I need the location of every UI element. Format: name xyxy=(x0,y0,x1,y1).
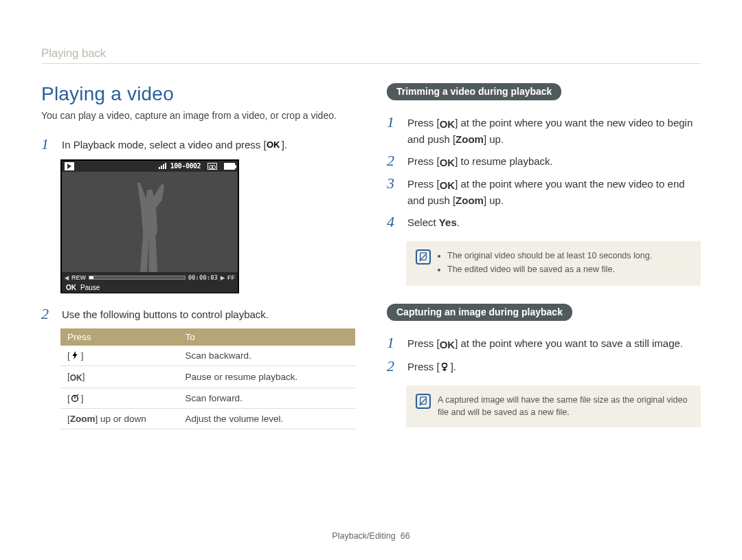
lcd-video-frame xyxy=(62,172,238,272)
svg-text:OK: OK xyxy=(267,140,280,150)
table-row: [] Scan backward. xyxy=(60,346,355,366)
timer-icon xyxy=(70,393,81,403)
person-silhouette xyxy=(126,183,174,272)
content-columns: Playing a video You can play a video, ca… xyxy=(41,83,701,445)
step-number: 4 xyxy=(387,214,402,230)
table-header-press: Press xyxy=(60,328,179,346)
footer-page-number: 66 xyxy=(401,531,410,541)
step-text: Select Yes. xyxy=(407,215,701,230)
trim-step-3: 3 Press [OK] at the point where you want… xyxy=(387,177,701,208)
step-number: 2 xyxy=(387,153,402,170)
note-bullet: The original video should be at least 10… xyxy=(447,249,652,262)
step-number: 1 xyxy=(41,137,56,153)
table-row: [Zoom] up or down Adjust the volume leve… xyxy=(60,409,355,429)
step-text: Press [OK] to resume playback. xyxy=(407,154,701,170)
volume-bars-icon xyxy=(159,163,166,169)
table-header-to: To xyxy=(179,328,355,346)
note-icon xyxy=(416,394,431,409)
section-title: Playing a video xyxy=(41,83,355,105)
pause-label: Pause xyxy=(80,284,100,291)
ok-label: OK xyxy=(66,284,76,291)
page-footer: Playback/Editing 66 xyxy=(0,531,742,541)
flash-icon xyxy=(70,350,81,360)
control-table: Press To [] Scan backward. [OK] Pause or… xyxy=(60,328,355,429)
table-row: [OK] Pause or resume playback. xyxy=(60,366,355,388)
rew-label: REW xyxy=(71,274,86,281)
note-bullet: The edited video will be saved as a new … xyxy=(447,263,652,276)
ok-icon: OK xyxy=(70,373,82,383)
intro-text: You can play a video, capture an image f… xyxy=(41,109,355,122)
trimming-heading-pill: Trimming a video during playback xyxy=(387,83,561,100)
tape-icon xyxy=(207,163,217,170)
progress-track xyxy=(89,276,186,280)
step-number: 1 xyxy=(387,335,402,352)
step-text: In Playback mode, select a video and pre… xyxy=(62,137,355,153)
step-number: 3 xyxy=(387,176,402,208)
file-index: 100-0002 xyxy=(170,162,201,170)
page: Playing back Playing a video You can pla… xyxy=(0,0,742,560)
ff-label: FF xyxy=(227,274,235,281)
left-step-2: 2 Use the following buttons to control p… xyxy=(41,307,355,322)
lcd-top-bar: 100-0002 xyxy=(62,161,238,172)
left-column: Playing a video You can play a video, ca… xyxy=(41,83,355,445)
macro-icon xyxy=(440,362,451,372)
trim-step-4: 4 Select Yes. xyxy=(387,215,701,230)
breadcrumb: Playing back xyxy=(41,47,701,64)
table-row: [] Scan forward. xyxy=(60,388,355,409)
camera-lcd-screenshot: 100-0002 ◂ REW 00:00:03 ▸ FF OK xyxy=(60,159,239,293)
capture-note-box: A captured image will have the same file… xyxy=(406,385,701,428)
step-number: 2 xyxy=(41,306,56,322)
capture-heading-pill: Capturing an image during playback xyxy=(387,304,572,321)
step-text: Press [OK] at the point where you want t… xyxy=(407,177,701,208)
battery-icon xyxy=(224,163,235,170)
elapsed-time: 00:00:03 xyxy=(188,274,218,281)
ok-icon: OK xyxy=(440,178,456,193)
step-text: Press [OK] at the point where you want t… xyxy=(407,115,701,147)
footer-section: Playback/Editing xyxy=(332,531,395,541)
note-icon xyxy=(416,249,431,265)
ok-icon: OK xyxy=(267,140,282,150)
ok-icon: OK xyxy=(440,117,456,132)
step-text: Press [OK] at the point where you want t… xyxy=(407,336,701,352)
step-text: Press []. xyxy=(407,359,701,374)
lcd-progress-bar: ◂ REW 00:00:03 ▸ FF xyxy=(62,272,238,283)
step-number: 2 xyxy=(387,359,402,374)
trim-note-box: The original video should be at least 10… xyxy=(406,241,701,287)
ok-icon: OK xyxy=(440,337,456,352)
ok-icon: OK xyxy=(440,155,456,170)
capture-step-1: 1 Press [OK] at the point where you want… xyxy=(387,336,701,352)
note-text: A captured image will have the same file… xyxy=(438,394,691,420)
left-step-1: 1 In Playback mode, select a video and p… xyxy=(41,137,355,153)
step-text: Use the following buttons to control pla… xyxy=(62,307,355,322)
trim-step-1: 1 Press [OK] at the point where you want… xyxy=(387,115,701,147)
capture-step-2: 2 Press []. xyxy=(387,359,701,374)
right-column: Trimming a video during playback 1 Press… xyxy=(387,83,701,445)
step-number: 1 xyxy=(387,115,402,147)
lcd-bottom-bar: OK Pause xyxy=(62,283,238,293)
trim-step-2: 2 Press [OK] to resume playback. xyxy=(387,154,701,170)
play-indicator-icon xyxy=(65,162,74,170)
